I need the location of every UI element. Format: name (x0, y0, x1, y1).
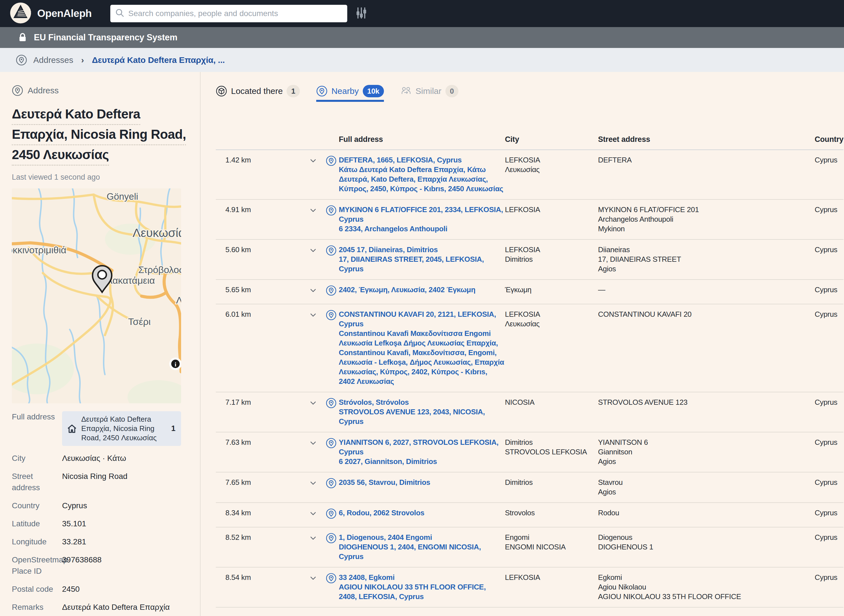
top-navbar: OpenAleph (0, 0, 844, 27)
chevron-down-icon[interactable] (309, 205, 326, 217)
full-address-chip[interactable]: Δευτερά Kato Deftera Επαρχία, Nicosia Ri… (62, 411, 181, 446)
city-line: LEFKOSIA (505, 205, 598, 214)
property-label: City (12, 453, 62, 464)
svg-text:Λακατάμεια: Λακατάμεια (106, 275, 155, 286)
city-cell: Έγκωμη (505, 285, 598, 295)
address-secondary[interactable]: 17, DIIANEIRAS STREET, 2045, LEFKOSIA, C… (339, 254, 505, 274)
property-row: RemarksΔευτερά Kato Deftera Επαρχία (12, 601, 181, 613)
address-link[interactable]: MYKINON 6 FLAT/OFFICE 201, 2334, LEFKOSI… (339, 205, 505, 224)
table-row[interactable]: 8.54 km33 2408, EgkomiAGIOU NIKOLAOU 33 … (216, 568, 843, 607)
table-header: Full address City Street address Country (216, 135, 843, 150)
svg-text:i: i (175, 361, 176, 368)
chevron-down-icon[interactable] (309, 155, 326, 167)
chevron-down-icon[interactable] (309, 532, 326, 545)
tab-similar[interactable]: Similar 0 (400, 85, 458, 102)
street-line: Mykinon (598, 224, 815, 233)
address-link[interactable]: 33 2408, Egkomi (339, 573, 505, 582)
tab-located-there[interactable]: Located there 1 (216, 85, 300, 102)
address-link[interactable]: Stróvolos, Stróvolos (339, 397, 505, 407)
address-link[interactable]: CONSTANTINOU KAVAFI 20, 2121, LEFKOSIA, … (339, 309, 505, 329)
city-line: Λευκωσίας (505, 165, 598, 174)
address-secondary[interactable]: Κάτω Δευτερά Kato Deftera Επαρχία, Κάτω … (339, 165, 505, 194)
entity-sidebar: Address Δευτερά Kato Deftera Επαρχία, Ni… (0, 72, 201, 616)
address-link[interactable]: 2035 56, Stavrou, Dimitrios (339, 478, 505, 487)
table-row[interactable]: 7.17 kmStróvolos, StróvolosSTROVOLOS AVE… (216, 392, 843, 433)
advanced-search-sliders-icon[interactable] (354, 5, 369, 22)
distance-cell: 8.52 km (216, 532, 309, 542)
table-row[interactable]: 4.91 kmMYKINON 6 FLAT/OFFICE 201, 2334, … (216, 200, 843, 240)
address-secondary[interactable]: DIOGHENOUS 1, 2404, ENGOMI NICOSIA, Cypr… (339, 542, 505, 561)
street-line: AGIOU NIKOLAOU 33 5TH FLOOR OFFICE (598, 592, 815, 601)
address-link[interactable]: DEFTERA, 1665, LEFKOSIA, Cyprus (339, 155, 505, 165)
breadcrumb-section[interactable]: Addresses (33, 55, 73, 65)
city-line: STROVOLOS LEFKOSIA (505, 447, 598, 457)
city-line: LEFKOSIA (505, 309, 598, 319)
chevron-down-icon[interactable] (309, 397, 326, 409)
address-secondary[interactable]: 6 2334, Archangelos Anthoupoli (339, 224, 505, 233)
property-label: Full address (12, 411, 62, 446)
address-secondary[interactable]: AGIOU NIKOLAOU 33 5TH FLOOR OFFICE, 2408… (339, 582, 505, 601)
distance-cell: 6.01 km (216, 309, 309, 319)
address-secondary[interactable]: STROVOLOS AVENUE 123, 2043, NICOSIA, Cyp… (339, 407, 505, 426)
lock-icon (17, 32, 28, 43)
col-country: Country (815, 135, 843, 144)
city-cell: Strovolos (505, 508, 598, 518)
address-link[interactable]: YIANNITSON 6, 2027, STROVOLOS LEFKOSIA, … (339, 437, 505, 457)
table-row[interactable]: 8.52 km1, Diogenous, 2404 EngomiDIOGHENO… (216, 527, 843, 568)
tab-nearby[interactable]: Nearby 10k (316, 85, 384, 102)
city-cell: LEFKOSIA (505, 205, 598, 214)
street-line: Agiou Nikolaou (598, 582, 815, 592)
address-link[interactable]: 2402, Έγκωμη, Λευκωσία, 2402 Έγκωμη (339, 285, 505, 295)
address-link[interactable]: 1, Diogenous, 2404 Engomi (339, 532, 505, 542)
location-map[interactable]: Gönyeli Λευκωσία - Le οκκινοτριμιθιά Στρ… (12, 188, 181, 403)
chevron-down-icon[interactable] (309, 285, 326, 297)
street-cell: EgkomiAgiou NikolaouAGIOU NIKOLAOU 33 5T… (598, 573, 815, 601)
property-value: 33.281 (62, 536, 181, 547)
street-line: STROVOLOS AVENUE 123 (598, 397, 815, 407)
address-secondary[interactable]: 6 2027, Giannitson, Dimitrios (339, 457, 505, 466)
full-address-cell: 2035 56, Stavrou, Dimitrios (339, 478, 505, 487)
address-icon (326, 532, 339, 546)
chevron-down-icon[interactable] (309, 437, 326, 450)
street-line: Agios (598, 457, 815, 466)
street-cell: DEFTERA (598, 155, 815, 165)
street-line: Agios (598, 487, 815, 497)
property-value: Cyprus (62, 500, 181, 511)
city-line: NICOSIA (505, 397, 598, 407)
chevron-down-icon[interactable] (309, 478, 326, 490)
global-search[interactable] (110, 5, 347, 22)
address-icon (16, 54, 27, 66)
table-row[interactable]: 8.34 km6, Rodou, 2062 StrovolosStrovolos… (216, 503, 843, 527)
chevron-down-icon[interactable] (309, 245, 326, 257)
country-cell: Cyprus (815, 532, 843, 542)
address-link[interactable]: 2045 17, Diianeiras, Dimitrios (339, 245, 505, 254)
search-icon (115, 8, 125, 19)
chevron-down-icon[interactable] (309, 508, 326, 520)
map-info-icon[interactable]: i (169, 358, 181, 370)
property-label: Street address (12, 471, 62, 493)
chevron-down-icon[interactable] (309, 309, 326, 321)
city-line: LEFKOSIA (505, 155, 598, 165)
table-row[interactable]: 7.65 km2035 56, Stavrou, DimitriosDimitr… (216, 472, 843, 503)
brand[interactable]: OpenAleph (10, 2, 92, 25)
table-row[interactable]: 1.42 kmDEFTERA, 1665, LEFKOSIA, CyprusΚά… (216, 150, 843, 200)
address-secondary[interactable]: Constantinou Kavafi Μακεδονίτισσα Engomi… (339, 329, 505, 386)
street-line: — (598, 285, 815, 295)
chevron-down-icon[interactable] (309, 573, 326, 585)
full-address-cell: 1, Diogenous, 2404 EngomiDIOGHENOUS 1, 2… (339, 532, 505, 561)
address-icon (12, 85, 23, 96)
collection-bar[interactable]: EU Financial Transparency System (0, 27, 844, 48)
search-input[interactable] (128, 9, 343, 18)
property-value: Nicosia Ring Road (62, 471, 181, 493)
table-row[interactable]: 5.65 km2402, Έγκωμη, Λευκωσία, 2402 Έγκω… (216, 280, 843, 304)
table-row[interactable]: 5.60 km2045 17, Diianeiras, Dimitrios17,… (216, 240, 843, 280)
table-row[interactable]: 6.01 kmCONSTANTINOU KAVAFI 20, 2121, LEF… (216, 304, 843, 392)
tab-count: 0 (445, 85, 458, 97)
country-cell: Cyprus (815, 245, 843, 254)
svg-text:Τσέρι: Τσέρι (128, 316, 151, 327)
main-panel: Located there 1 Nearby 10k Similar 0 (201, 72, 844, 616)
property-row: Latitude35.101 (12, 518, 181, 529)
table-row[interactable]: 7.63 kmYIANNITSON 6, 2027, STROVOLOS LEF… (216, 433, 843, 472)
full-address-cell: DEFTERA, 1665, LEFKOSIA, CyprusΚάτω Δευτ… (339, 155, 505, 194)
address-link[interactable]: 6, Rodou, 2062 Strovolos (339, 508, 505, 518)
